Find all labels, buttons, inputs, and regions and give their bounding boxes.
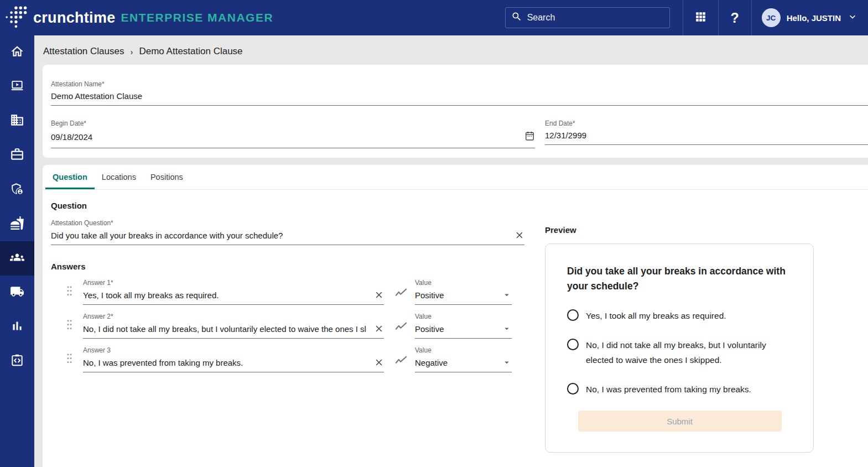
locations-building-icon bbox=[10, 113, 24, 129]
breadcrumb-separator: › bbox=[130, 47, 133, 56]
begin-date-label: Begin Date* bbox=[51, 120, 535, 127]
training-laptop-icon bbox=[10, 79, 24, 95]
attestation-question-value[interactable]: Did you take all your breaks in accordan… bbox=[51, 231, 514, 240]
main-content: Attestation Clauses › Demo Attestation C… bbox=[34, 35, 868, 467]
help-button[interactable]: ? bbox=[718, 0, 751, 35]
attestation-question-field[interactable]: Attestation Question* Did you take all y… bbox=[51, 219, 524, 245]
top-navbar: crunchtime ENTERPRISE MANAGER ? JC Hello… bbox=[0, 0, 868, 35]
search-icon bbox=[511, 11, 522, 24]
drag-handle-icon[interactable] bbox=[65, 284, 74, 299]
apps-menu-button[interactable] bbox=[683, 0, 718, 35]
apps-grid-icon bbox=[694, 10, 708, 26]
answer-2-field[interactable]: Answer 2* No, I did not take all my brea… bbox=[83, 313, 384, 339]
end-date-label: End Date* bbox=[545, 120, 868, 127]
user-menu[interactable]: JC Hello, JUSTIN bbox=[751, 0, 868, 35]
breadcrumb: Attestation Clauses › Demo Attestation C… bbox=[34, 35, 868, 57]
trending-value-icon bbox=[395, 354, 408, 367]
crunchtime-logo-icon bbox=[4, 4, 30, 32]
preview-option-1: Yes, I took all my breaks as required. bbox=[567, 308, 792, 323]
dropdown-caret-icon[interactable] bbox=[502, 357, 512, 367]
preview-panel: Preview Did you take all your breaks in … bbox=[545, 225, 814, 453]
user-greeting: Hello, JUSTIN bbox=[787, 13, 841, 23]
clear-answer-3-icon[interactable] bbox=[374, 357, 384, 367]
question-card: Question Locations Positions Question At… bbox=[43, 165, 868, 467]
tab-positions[interactable]: Positions bbox=[143, 165, 190, 189]
answer-3-value-option[interactable]: Negative bbox=[415, 358, 502, 367]
preview-card: Did you take all your breaks in accordan… bbox=[545, 243, 814, 453]
answer-2-value-select[interactable]: Value Positive bbox=[415, 313, 512, 339]
radio-button[interactable] bbox=[567, 383, 579, 395]
global-search[interactable] bbox=[505, 7, 670, 28]
toolbox-icon bbox=[10, 147, 24, 164]
sidebar-item-reports[interactable] bbox=[0, 310, 34, 344]
sidebar-item-home[interactable] bbox=[0, 35, 34, 70]
sidebar-item-locations[interactable] bbox=[0, 104, 34, 138]
calendar-icon[interactable] bbox=[524, 131, 535, 143]
tab-locations[interactable]: Locations bbox=[95, 165, 143, 189]
trending-value-icon bbox=[395, 320, 408, 334]
sidebar-item-integrations[interactable] bbox=[0, 344, 34, 378]
clear-question-icon[interactable] bbox=[514, 230, 524, 240]
dropdown-caret-icon[interactable] bbox=[502, 290, 512, 300]
chevron-down-icon bbox=[847, 11, 858, 24]
security-shield-user-icon bbox=[10, 181, 24, 198]
reports-bar-chart-icon bbox=[10, 319, 24, 335]
answer-2-value[interactable]: No, I did not take all my breaks, but I … bbox=[83, 324, 374, 334]
sidebar-item-toolbox[interactable] bbox=[0, 138, 34, 173]
preview-heading: Preview bbox=[545, 225, 814, 235]
attestation-name-field[interactable]: Attestation Name* Demo Attestation Claus… bbox=[51, 80, 868, 106]
drag-handle-icon[interactable] bbox=[65, 318, 74, 333]
tab-question[interactable]: Question bbox=[45, 165, 95, 189]
answer-2-value-option[interactable]: Positive bbox=[415, 324, 502, 334]
search-input[interactable] bbox=[527, 13, 664, 23]
breadcrumb-attestation-clauses[interactable]: Attestation Clauses bbox=[43, 46, 124, 57]
breadcrumb-current: Demo Attestation Clause bbox=[139, 46, 242, 57]
answer-1-value-select[interactable]: Value Positive bbox=[415, 279, 512, 305]
attestation-name-value[interactable]: Demo Attestation Clause bbox=[51, 91, 868, 101]
answer-3-value-select[interactable]: Value Negative bbox=[415, 346, 512, 372]
preview-option-2: No, I did not take all my breaks, but I … bbox=[567, 338, 792, 367]
submit-button[interactable]: Submit bbox=[578, 411, 782, 432]
answer-3-field[interactable]: Answer 3 No, I was prevented from taking… bbox=[83, 346, 384, 372]
clear-answer-1-icon[interactable] bbox=[374, 290, 384, 300]
trending-value-icon bbox=[395, 287, 408, 300]
labor-people-icon bbox=[10, 250, 24, 267]
radio-button[interactable] bbox=[567, 309, 579, 321]
answer-1-field[interactable]: Answer 1* Yes, I took all my breaks as r… bbox=[83, 279, 384, 305]
attestation-question-label: Attestation Question* bbox=[51, 219, 524, 227]
preview-question: Did you take all your breaks in accordan… bbox=[567, 264, 794, 294]
avatar: JC bbox=[762, 8, 781, 27]
navbar-right: ? JC Hello, JUSTIN bbox=[505, 0, 868, 35]
tab-bar: Question Locations Positions bbox=[43, 165, 868, 190]
end-date-field[interactable]: End Date* 12/31/2999 bbox=[545, 120, 868, 148]
sidebar-item-delivery[interactable] bbox=[0, 276, 34, 310]
begin-date-value[interactable]: 09/18/2024 bbox=[51, 132, 524, 142]
brand-suffix: ENTERPRISE MANAGER bbox=[121, 11, 274, 24]
attestation-details-card: Attestation Name* Demo Attestation Claus… bbox=[43, 65, 868, 158]
end-date-value[interactable]: 12/31/2999 bbox=[545, 131, 868, 140]
answer-1-value-option[interactable]: Positive bbox=[415, 290, 502, 300]
sidebar-item-labor[interactable] bbox=[0, 241, 34, 276]
answer-3-value[interactable]: No, I was prevented from taking my break… bbox=[83, 358, 374, 367]
brand-name: crunchtime bbox=[33, 9, 116, 27]
brand: crunchtime ENTERPRISE MANAGER bbox=[0, 4, 273, 32]
sidebar-item-training[interactable] bbox=[0, 70, 34, 104]
radio-button[interactable] bbox=[567, 339, 579, 350]
answer-1-value[interactable]: Yes, I took all my breaks as required. bbox=[83, 290, 374, 300]
attestation-name-label: Attestation Name* bbox=[51, 80, 868, 88]
begin-date-field[interactable]: Begin Date* 09/18/2024 bbox=[51, 120, 535, 148]
food-service-icon bbox=[10, 216, 24, 232]
sidebar-nav bbox=[0, 35, 34, 467]
home-icon bbox=[10, 44, 24, 61]
sidebar-item-food[interactable] bbox=[0, 207, 34, 241]
preview-option-3: No, I was prevented from taking my break… bbox=[567, 382, 792, 397]
clear-answer-2-icon[interactable] bbox=[374, 324, 384, 334]
sidebar-item-security[interactable] bbox=[0, 173, 34, 207]
question-section-heading: Question bbox=[51, 201, 868, 210]
help-icon: ? bbox=[731, 10, 739, 26]
drag-handle-icon[interactable] bbox=[65, 352, 74, 367]
integrations-clipboard-code-icon bbox=[10, 353, 24, 370]
delivery-truck-icon bbox=[10, 284, 24, 301]
dropdown-caret-icon[interactable] bbox=[502, 324, 512, 334]
